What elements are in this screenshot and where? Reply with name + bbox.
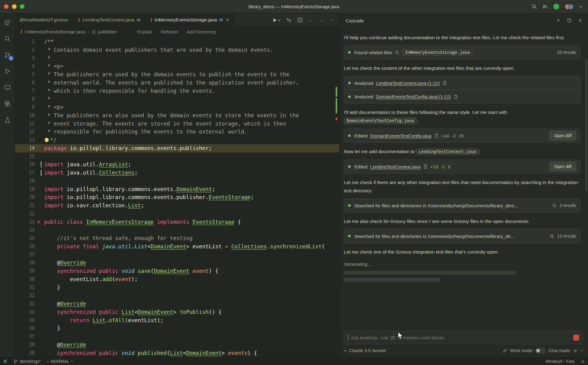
code-line[interactable]: 17import java.util.Collections; bbox=[15, 169, 339, 177]
code-line[interactable]: 32 bbox=[15, 292, 339, 300]
inline-code-chip[interactable]: LendingTestContext.java bbox=[416, 149, 479, 155]
lightbulb-icon[interactable] bbox=[45, 138, 49, 142]
panel-scrollbar[interactable] bbox=[585, 59, 587, 191]
code-line[interactable]: 10 * The publishers are also used by the… bbox=[15, 111, 339, 120]
line-number[interactable]: 37 bbox=[15, 333, 44, 341]
code-line[interactable]: 6 * external world. The events are publi… bbox=[15, 79, 339, 87]
code-line[interactable]: 19import io.pillopl.library.commons.even… bbox=[15, 185, 339, 194]
line-number[interactable]: 34 bbox=[15, 308, 44, 316]
line-number[interactable]: 18 bbox=[15, 177, 44, 185]
code-line[interactable]: 29 synchronized public void save(DomainE… bbox=[15, 267, 339, 275]
tab-groovy-file[interactable]: dReadModelsIT.groovy bbox=[15, 13, 73, 26]
tool-step-row[interactable]: EditedDomainEventsTestConfig.java+14-026… bbox=[344, 129, 580, 142]
tool-step-row[interactable]: EditedLendingTestContext.java+13-09Open … bbox=[344, 160, 580, 173]
line-number[interactable]: 8 bbox=[15, 95, 44, 103]
code-line[interactable]: 22 bbox=[15, 210, 339, 218]
code-line[interactable]: 3 * bbox=[15, 54, 339, 62]
tab-lending-test-context[interactable]: J LendingTestContext.java M bbox=[73, 13, 145, 26]
split-editor-icon[interactable] bbox=[297, 17, 303, 23]
overview-ruler[interactable] bbox=[334, 37, 339, 357]
code-line[interactable]: 36 } bbox=[15, 324, 339, 333]
code-line[interactable]: 28 @Override bbox=[15, 259, 339, 267]
line-number[interactable]: 39 bbox=[15, 349, 44, 357]
line-number[interactable]: 2 bbox=[15, 46, 44, 54]
open-diff-button[interactable]: Open diff bbox=[549, 162, 576, 171]
line-number[interactable]: 12 bbox=[15, 128, 44, 136]
maximize-window-button[interactable] bbox=[20, 4, 24, 9]
line-number[interactable]: 10 bbox=[15, 111, 44, 120]
tab-in-memory-events-storage[interactable]: J InMemoryEventsStorage.java M × bbox=[145, 13, 234, 26]
line-number[interactable]: 1 bbox=[15, 38, 44, 46]
code-line[interactable]: 16import java.util.ArrayList; bbox=[15, 160, 339, 169]
line-number[interactable]: 26 bbox=[15, 243, 44, 251]
line-number[interactable]: 17 bbox=[15, 169, 44, 177]
code-line[interactable]: 1/** bbox=[15, 38, 339, 46]
line-number[interactable]: 30 bbox=[15, 275, 44, 284]
line-number[interactable]: 5 bbox=[15, 70, 44, 79]
windsurf-status-item[interactable]: Windsurf - Fast bbox=[542, 357, 578, 365]
line-number[interactable]: 24 bbox=[15, 226, 44, 234]
code-line[interactable]: 11 * event storage. The events are store… bbox=[15, 120, 339, 128]
line-number[interactable]: 31 bbox=[15, 284, 44, 292]
code-line[interactable]: 18 bbox=[15, 177, 339, 185]
open-diff-button[interactable]: Open diff bbox=[549, 131, 576, 141]
code-line[interactable]: 13*/ bbox=[15, 136, 339, 144]
file-chip[interactable]: InMemoryEventsStorage.java bbox=[402, 49, 472, 56]
more-actions-icon[interactable]: ⋯ bbox=[329, 17, 334, 23]
line-number[interactable]: 3 bbox=[15, 54, 44, 62]
code-line[interactable]: 14package io.pillopl.library.commons.eve… bbox=[15, 144, 339, 152]
line-number[interactable]: 19 bbox=[15, 185, 44, 194]
code-line[interactable]: 34 synchronized public List<DomainEvent>… bbox=[15, 308, 339, 316]
line-number[interactable]: 25 bbox=[15, 234, 44, 243]
line-number[interactable]: 4 bbox=[15, 62, 44, 70]
line-number[interactable]: 28 bbox=[15, 259, 44, 267]
line-number[interactable]: 7 bbox=[15, 87, 44, 95]
breadcrumb-file[interactable]: InMemoryEventsStorage.java bbox=[25, 29, 85, 34]
close-tab-icon[interactable]: × bbox=[226, 17, 229, 23]
code-line[interactable]: 4 * <p> bbox=[15, 62, 339, 70]
code-line[interactable]: 25 //it's not thread safe, enough for te… bbox=[15, 234, 339, 243]
history-icon[interactable] bbox=[567, 18, 572, 23]
mode-toggle[interactable] bbox=[535, 348, 546, 353]
code-line[interactable]: 21import io.vavr.collection.List; bbox=[15, 201, 339, 210]
file-link[interactable]: DomainEventsTestConfig.java bbox=[370, 133, 432, 138]
code-line[interactable]: 33 @Override bbox=[15, 300, 339, 308]
code-editor[interactable]: 1/**2 * Contains domain event publishers… bbox=[15, 37, 339, 357]
code-line[interactable]: 12 * responsible for publishing the even… bbox=[15, 128, 339, 136]
navigate-forward-icon[interactable]: → bbox=[319, 17, 323, 23]
line-number[interactable]: 23 bbox=[15, 218, 44, 226]
line-number[interactable]: 35 bbox=[15, 316, 44, 325]
chevron-down-icon[interactable] bbox=[579, 6, 582, 8]
inline-code-chip[interactable]: DomainEventsTestConfig.java bbox=[344, 118, 417, 124]
testing-beaker-icon[interactable] bbox=[3, 116, 11, 124]
code-line[interactable]: 26 private final java.util.List<DomainEv… bbox=[15, 243, 339, 251]
breadcrumb-symbol[interactable]: publisher bbox=[98, 29, 117, 34]
lens-explain[interactable]: Explain bbox=[137, 29, 152, 34]
git-branch-item[interactable]: docstrings* bbox=[10, 357, 44, 365]
code-line[interactable]: 5 * The publishers are used by the domai… bbox=[15, 70, 339, 79]
stop-generation-button[interactable] bbox=[573, 335, 579, 341]
line-number[interactable]: 38 bbox=[15, 341, 44, 349]
remote-indicator[interactable] bbox=[0, 357, 10, 365]
chat-input-box[interactable] bbox=[344, 331, 583, 344]
line-number[interactable]: 6 bbox=[15, 79, 44, 87]
remote-window-icon[interactable] bbox=[3, 83, 11, 91]
notifications-bell-icon[interactable] bbox=[578, 357, 588, 365]
close-panel-icon[interactable]: × bbox=[579, 17, 582, 24]
code-line[interactable]: 23public class InMemoryEventsStorage imp… bbox=[15, 218, 339, 226]
code-line[interactable]: 24 bbox=[15, 226, 339, 234]
lens-add-docstring[interactable]: Add Docstring bbox=[187, 29, 216, 34]
tool-step-row[interactable]: AnalyzedDomainEventsTestConfig.java:(1-2… bbox=[344, 90, 580, 103]
line-number[interactable]: 9 bbox=[15, 103, 44, 111]
run-debug-icon[interactable] bbox=[3, 67, 11, 75]
status-circle-icon[interactable] bbox=[553, 4, 559, 9]
chat-input[interactable] bbox=[351, 335, 571, 340]
code-line[interactable]: 27 bbox=[15, 251, 339, 259]
navigate-back-icon[interactable]: ← bbox=[308, 17, 313, 23]
line-number[interactable]: 16 bbox=[15, 160, 44, 169]
minimize-window-button[interactable] bbox=[12, 4, 17, 9]
line-number[interactable]: 29 bbox=[15, 267, 44, 275]
search-icon[interactable] bbox=[532, 4, 537, 9]
code-line[interactable]: 15 bbox=[15, 152, 339, 161]
new-chat-icon[interactable]: + bbox=[557, 17, 560, 24]
